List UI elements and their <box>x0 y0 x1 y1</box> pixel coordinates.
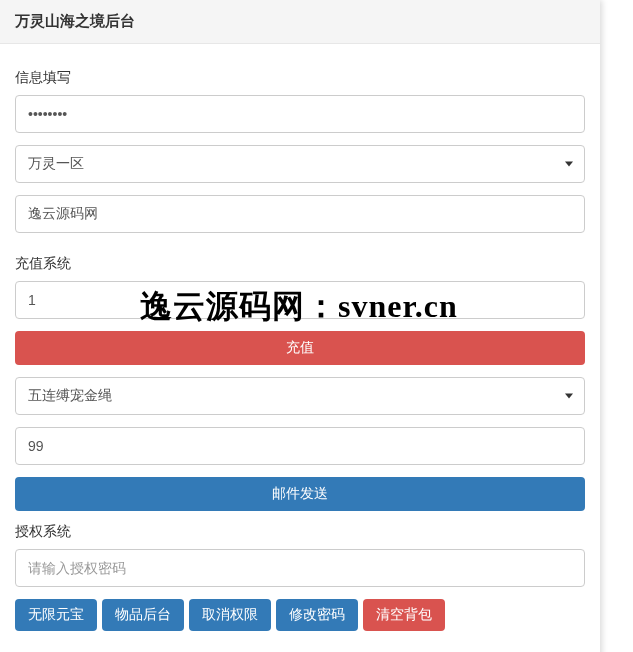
auth-section-label: 授权系统 <box>15 523 585 541</box>
password-input[interactable] <box>15 95 585 133</box>
item-select-value[interactable] <box>15 377 585 415</box>
recharge-section-label: 充值系统 <box>15 255 585 273</box>
content-area: 信息填写 充值系统 充值 邮件发送 授权系统 无限元宝 物品后台 取消权限 修改… <box>0 44 600 652</box>
action-buttons-row: 无限元宝 物品后台 取消权限 修改密码 清空背包 <box>15 599 585 641</box>
server-select[interactable] <box>15 145 585 183</box>
quantity-input[interactable] <box>15 427 585 465</box>
auth-password-input[interactable] <box>15 549 585 587</box>
send-mail-button[interactable]: 邮件发送 <box>15 477 585 511</box>
server-select-value[interactable] <box>15 145 585 183</box>
main-panel: 万灵山海之境后台 信息填写 充值系统 充值 邮件发送 授权系统 无限元宝 物品后… <box>0 0 600 652</box>
source-input[interactable] <box>15 195 585 233</box>
item-select[interactable] <box>15 377 585 415</box>
page-title: 万灵山海之境后台 <box>0 0 600 44</box>
amount-input[interactable] <box>15 281 585 319</box>
item-backend-button[interactable]: 物品后台 <box>102 599 184 631</box>
unlimited-gold-button[interactable]: 无限元宝 <box>15 599 97 631</box>
recharge-button[interactable]: 充值 <box>15 331 585 365</box>
clear-bag-button[interactable]: 清空背包 <box>363 599 445 631</box>
change-password-button[interactable]: 修改密码 <box>276 599 358 631</box>
cancel-permission-button[interactable]: 取消权限 <box>189 599 271 631</box>
info-section-label: 信息填写 <box>15 69 585 87</box>
